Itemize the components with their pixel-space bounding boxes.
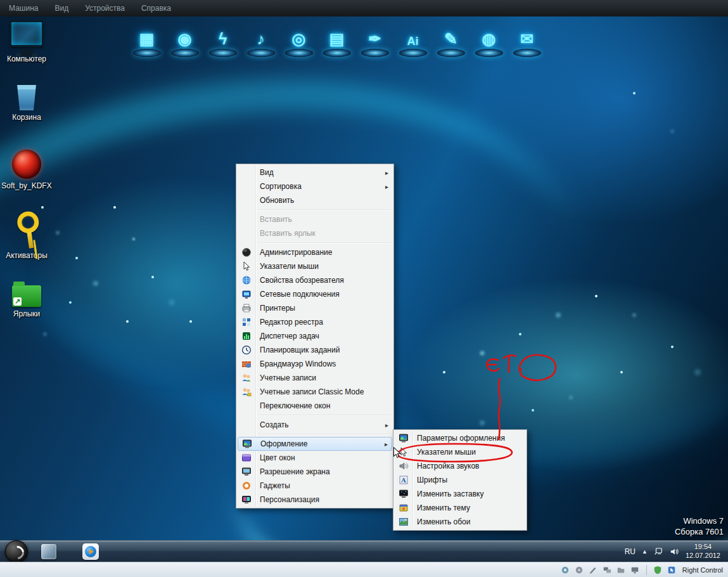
- menu-item-nastroyka-zvukov[interactable]: Настройка звуков: [395, 459, 525, 473]
- menu-item-dispetcher-zadach[interactable]: Диспетчер задач: [238, 329, 392, 343]
- menu-item-label: Изменить тему: [417, 503, 470, 512]
- dock-item-music[interactable]: ♪: [246, 18, 276, 57]
- users-icon: [238, 373, 255, 383]
- menu-item-label: Вставить: [260, 215, 292, 224]
- status-shared-folders-icon[interactable]: [616, 565, 626, 574]
- status-network-icon[interactable]: [603, 565, 612, 574]
- dock-item-document[interactable]: ▤: [322, 18, 352, 57]
- app-cube-icon: [41, 544, 56, 559]
- desktop-icon-shortcuts[interactable]: Ярлыки: [0, 280, 53, 318]
- submenu-arrow-icon: ▸: [385, 183, 388, 190]
- menu-item-personalizatsiya[interactable]: Персонализация: [238, 493, 392, 507]
- menu-item-setevye-podklyucheniya[interactable]: Сетевые подключения: [238, 287, 392, 301]
- menu-item-redaktor-reestra[interactable]: Редактор реестра: [238, 315, 392, 329]
- menu-item-razreshenie-ekrana[interactable]: Разрешение экрана: [238, 465, 392, 479]
- dock-pedestal: [247, 49, 275, 57]
- taskbar-app-cube[interactable]: [39, 543, 58, 561]
- menu-item-obnovit[interactable]: Обновить: [238, 193, 392, 207]
- menu-item-svoystva-obozrevatelya[interactable]: Свойства обозревателя: [238, 273, 392, 287]
- menu-item-parametry-oformleniya[interactable]: Параметры оформления: [395, 431, 525, 445]
- dock-item-lightning[interactable]: ϟ: [208, 18, 238, 57]
- menu-item-label: Гаджеты: [260, 481, 290, 490]
- vbox-statusbar: Right Control: [0, 562, 728, 577]
- host-key-label: Right Control: [682, 566, 723, 574]
- build-watermark: Windows 7 Сборка 7601: [675, 516, 724, 538]
- sound-icon: [395, 461, 412, 471]
- menu-item-label: Цвет окон: [260, 453, 295, 462]
- desktop-icon-activators[interactable]: Активаторы: [0, 212, 53, 260]
- dock: ▦◉ϟ♪◎▤✒Ai✎◍✉: [132, 18, 542, 57]
- computer-icon: [10, 20, 44, 47]
- apple-icon: ◍: [482, 31, 496, 47]
- menu-item-izmenit-oboi[interactable]: Изменить обои: [395, 515, 525, 529]
- dock-pedestal: [285, 49, 313, 57]
- menu-item-ukazateli-myshi[interactable]: Указатели мыши: [395, 445, 525, 459]
- taskbar-app-media-player[interactable]: [81, 543, 100, 561]
- status-mouse-integration-icon[interactable]: [667, 565, 677, 574]
- tray-expand-icon[interactable]: ▲: [642, 548, 648, 555]
- menu-item-vid[interactable]: Вид▸: [238, 165, 392, 179]
- menu-item-label: Учетные записи Classic Mode: [260, 387, 364, 396]
- language-indicator[interactable]: RU: [625, 547, 635, 556]
- desktop-icon-computer[interactable]: Компьютер: [0, 20, 53, 63]
- menu-item-brandmauer-windows[interactable]: Брандмауэр Windows: [238, 357, 392, 371]
- cursor-icon: [238, 261, 255, 271]
- vbox-menu-help[interactable]: Справка: [141, 4, 171, 13]
- menu-item-sozdat[interactable]: Создать▸: [238, 418, 392, 432]
- wallpaper-icon: [395, 517, 412, 527]
- printer-icon: [238, 303, 255, 313]
- menu-item-label: Изменить обои: [417, 517, 470, 526]
- dock-pedestal: [133, 49, 161, 57]
- menu-item-ukazateli-myshi[interactable]: Указатели мыши: [238, 259, 392, 273]
- menu-item-gadzhety[interactable]: Гаджеты: [238, 479, 392, 493]
- menu-item-sortirovka[interactable]: Сортировка▸: [238, 179, 392, 193]
- menu-item-shrifty[interactable]: AШрифты: [395, 473, 525, 487]
- lightning-icon: ϟ: [219, 31, 227, 47]
- vbox-menu-machine[interactable]: Машина: [9, 4, 38, 13]
- menu-item-izmenit-zastavku[interactable]: Изменить заставку: [395, 487, 525, 501]
- statusbar-divider: [646, 565, 647, 575]
- menu-item-uchetnye-zapisi[interactable]: Учетные записи: [238, 371, 392, 385]
- dock-item-cart[interactable]: ▦: [132, 18, 162, 57]
- dock-item-ink-bottle[interactable]: ✒: [360, 18, 390, 57]
- vbox-menu-devices[interactable]: Устройства: [85, 4, 125, 13]
- start-button[interactable]: [5, 540, 28, 563]
- menu-item-oformlenie[interactable]: Оформление▸: [238, 437, 392, 451]
- menu-item-izmenit-temu[interactable]: Изменить тему: [395, 501, 525, 515]
- menu-separator: [258, 209, 391, 211]
- volume-tray-icon[interactable]: [670, 547, 679, 557]
- status-features-icon[interactable]: [653, 565, 663, 574]
- desktop-icon-recycle-bin[interactable]: Корзина: [0, 85, 53, 122]
- dock-pedestal: [361, 49, 389, 57]
- dock-item-quill[interactable]: ✎: [436, 18, 466, 57]
- desktop-icon-soft-by-kdfx[interactable]: Soft_by_KDFX: [0, 150, 53, 190]
- appearance-icon: [395, 433, 412, 443]
- status-audio-icon[interactable]: [589, 565, 598, 574]
- status-hdd-icon[interactable]: [561, 565, 570, 574]
- menu-item-label: Планировщик заданий: [260, 346, 340, 354]
- status-display-icon[interactable]: [630, 565, 640, 574]
- network-tray-icon[interactable]: [654, 547, 663, 557]
- menu-item-pereklyuchenie-okon[interactable]: Переключение окон: [238, 399, 392, 413]
- clock[interactable]: 19:54 12.07.2012: [686, 543, 720, 561]
- music-icon: ♪: [257, 31, 265, 47]
- dock-item-ball[interactable]: ◉: [170, 18, 200, 57]
- dock-item-illustrator[interactable]: Ai: [398, 18, 428, 57]
- status-cd-icon[interactable]: [575, 565, 584, 574]
- vbox-menu-view[interactable]: Вид: [54, 4, 68, 13]
- registry-icon: [238, 317, 255, 327]
- dock-pedestal: [323, 49, 351, 57]
- ball-icon: ◉: [178, 31, 192, 47]
- menu-item-uchetnye-zapisi-classic[interactable]: Учетные записи Classic Mode: [238, 385, 392, 399]
- dock-item-apple[interactable]: ◍: [474, 18, 504, 57]
- dock-pedestal: [513, 49, 541, 57]
- firewall-icon: [238, 359, 255, 369]
- menu-item-planirovshchik-zadaniy[interactable]: Планировщик заданий: [238, 343, 392, 357]
- dock-item-film-reel[interactable]: ◎: [284, 18, 314, 57]
- menu-item-printery[interactable]: Принтеры: [238, 301, 392, 315]
- desktop[interactable]: ▦◉ϟ♪◎▤✒Ai✎◍✉ Компьютер Корзина Soft_by_K…: [0, 16, 728, 540]
- vbox-menubar: Машина Вид Устройства Справка: [0, 0, 728, 16]
- menu-item-tsvet-okon[interactable]: Цвет окон: [238, 451, 392, 465]
- dock-item-mail[interactable]: ✉: [512, 18, 542, 57]
- menu-item-administrirovanie[interactable]: Администрирование: [238, 245, 392, 259]
